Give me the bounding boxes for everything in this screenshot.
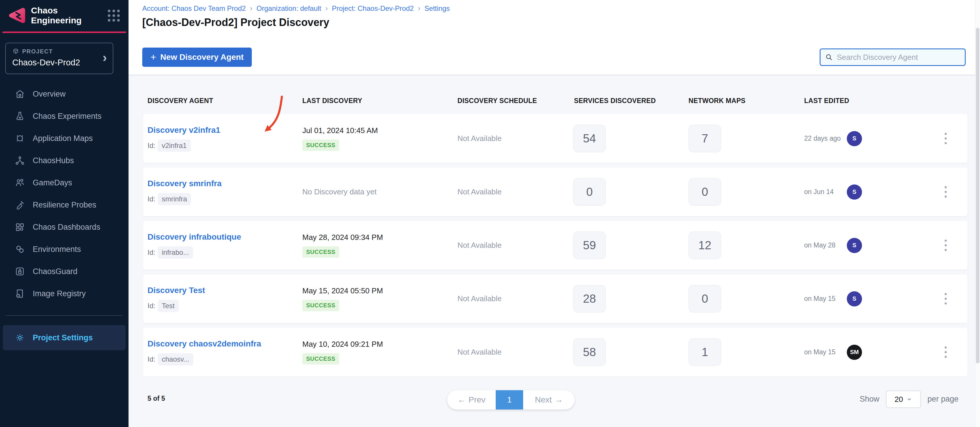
search-input[interactable]: [837, 53, 961, 62]
last-edited-time: 22 days ago: [804, 135, 841, 143]
pagination: ← Prev 1 Next →: [447, 390, 574, 410]
discovery-agents-table: DISCOVERY AGENT LAST DISCOVERY DISCOVERY…: [129, 76, 980, 427]
discovery-agent-link[interactable]: Discovery v2infra1: [148, 125, 220, 135]
page-size-select[interactable]: 20: [886, 390, 921, 408]
agent-id: Id:Test: [148, 300, 179, 312]
project-label-row: PROJECT: [12, 48, 106, 55]
last-edited-cell: on Jun 14 S: [804, 168, 862, 216]
services-discovered-cell: 54: [573, 114, 606, 163]
services-count: 54: [573, 125, 606, 152]
last-edited-time: on May 15: [804, 348, 841, 356]
agent-id: Id:infrabo...: [148, 246, 193, 259]
column-header-last-discovery: LAST DISCOVERY: [302, 97, 362, 105]
scrollbar-thumb[interactable]: [976, 28, 979, 364]
probe-icon: [14, 200, 25, 210]
sidebar-item-label: Image Registry: [33, 289, 86, 298]
next-label: Next: [535, 395, 552, 405]
row-menu-button[interactable]: [940, 168, 950, 216]
app-root: Chaos Engineering PROJECT Chaos-Dev-Prod…: [0, 0, 980, 427]
column-header-discovery-agent: DISCOVERY AGENT: [148, 97, 213, 105]
breadcrumb-organization[interactable]: Organization: default: [256, 5, 321, 13]
services-discovered-cell: 58: [573, 328, 606, 376]
new-discovery-agent-label: New Discovery Agent: [161, 52, 243, 62]
services-count: 28: [573, 285, 606, 313]
services-count: 58: [573, 338, 606, 366]
breadcrumb-account[interactable]: Account: Chaos Dev Team Prod2: [142, 5, 246, 13]
row-menu-button[interactable]: [940, 221, 950, 270]
network-maps-cell: 7: [689, 114, 721, 163]
new-discovery-agent-button[interactable]: + New Discovery Agent: [142, 48, 252, 67]
sidebar-item-overview[interactable]: Overview: [0, 83, 129, 105]
last-edited-time: on May 15: [804, 295, 841, 303]
agent-id-prefix: Id:: [148, 302, 155, 310]
table-row: Discovery smrinfra Id:smrinfra No Discov…: [143, 168, 967, 216]
sidebar-item-chaosguard[interactable]: ChaosGuard: [0, 260, 129, 283]
sidebar-divider: [6, 315, 123, 316]
discovery-schedule-cell: Not Available: [457, 114, 501, 163]
breadcrumb-project[interactable]: Project: Chaos-Dev-Prod2: [332, 5, 414, 13]
row-menu-button[interactable]: [940, 114, 950, 163]
sidebar-item-resilience-probes[interactable]: Resilience Probes: [0, 194, 129, 216]
page-header: Account: Chaos Dev Team Prod2 › Organiza…: [129, 0, 980, 75]
project-selector[interactable]: PROJECT Chaos-Dev-Prod2 ›: [5, 43, 113, 74]
sidebar-item-chaos-experiments[interactable]: Chaos Experiments: [0, 105, 129, 127]
agent-id-value: chaosv...: [158, 353, 193, 365]
network-maps-count: 0: [689, 178, 721, 206]
sidebar-item-image-registry[interactable]: Image Registry: [0, 283, 129, 305]
app-title: Chaos Engineering: [31, 6, 103, 25]
page-title: [Chaos-Dev-Prod2] Project Discovery: [142, 16, 329, 29]
page-number-active[interactable]: 1: [496, 390, 523, 410]
agent-id-prefix: Id:: [148, 141, 155, 150]
agent-cell: Discovery smrinfra Id:smrinfra: [148, 168, 222, 216]
agent-cell: Discovery infraboutique Id:infrabo...: [148, 221, 241, 270]
table-row: Discovery Test Id:Test May 15, 2024 05:5…: [143, 275, 967, 323]
table-row: Discovery chaosv2demoinfra Id:chaosv... …: [143, 328, 967, 376]
table-row: Discovery v2infra1 Id:v2infra1 Jul 01, 2…: [143, 114, 967, 163]
users-icon: [14, 178, 25, 188]
home-icon: [14, 89, 25, 99]
discovery-agent-link[interactable]: Discovery infraboutique: [148, 232, 241, 242]
last-edited-time: on Jun 14: [804, 188, 841, 196]
chevron-down-icon: [907, 396, 912, 402]
sidebar-item-project-settings[interactable]: Project Settings: [3, 325, 126, 350]
network-maps-count: 7: [689, 125, 721, 152]
avatar: S: [847, 131, 862, 146]
status-badge: SUCCESS: [302, 246, 339, 258]
prev-page-button[interactable]: ← Prev: [447, 390, 496, 410]
show-label: Show: [860, 395, 880, 404]
discovery-agent-link[interactable]: Discovery smrinfra: [148, 179, 222, 188]
sidebar: Chaos Engineering PROJECT Chaos-Dev-Prod…: [0, 0, 129, 427]
chevron-right-icon: ›: [103, 51, 107, 64]
last-discovery-date: May 15, 2024 05:50 PM: [302, 286, 383, 295]
agent-id-value: Test: [158, 300, 179, 312]
sidebar-item-chaos-dashboards[interactable]: Chaos Dashboards: [0, 216, 129, 238]
row-menu-button[interactable]: [940, 328, 950, 376]
network-maps-cell: 0: [689, 168, 721, 216]
scrollbar[interactable]: [975, 0, 980, 427]
services-discovered-cell: 0: [573, 168, 606, 216]
arrow-right-icon: →: [555, 395, 563, 405]
sidebar-item-application-maps[interactable]: Application Maps: [0, 127, 129, 149]
discovery-agent-link[interactable]: Discovery Test: [148, 286, 205, 295]
sidebar-item-environments[interactable]: Environments: [0, 238, 129, 260]
app-switcher-icon[interactable]: [108, 10, 120, 22]
discovery-schedule-cell: Not Available: [457, 328, 501, 376]
breadcrumb-settings[interactable]: Settings: [425, 5, 450, 13]
status-badge: SUCCESS: [302, 140, 339, 151]
plus-icon: +: [150, 52, 156, 62]
sidebar-item-chaoshubs[interactable]: ChaosHubs: [0, 149, 129, 171]
column-header-last-edited: LAST EDITED: [804, 97, 849, 105]
status-badge: SUCCESS: [302, 353, 339, 365]
sidebar-item-gamedays[interactable]: GameDays: [0, 171, 129, 194]
column-header-services-discovered: SERVICES DISCOVERED: [574, 97, 656, 105]
discovery-schedule-cell: Not Available: [457, 168, 501, 216]
next-page-button[interactable]: Next →: [523, 390, 574, 410]
arrow-left-icon: ←: [457, 395, 466, 405]
discovery-agent-link[interactable]: Discovery chaosv2demoinfra: [148, 339, 261, 349]
project-label: PROJECT: [22, 48, 53, 55]
row-menu-button[interactable]: [940, 275, 950, 323]
column-header-discovery-schedule: DISCOVERY SCHEDULE: [457, 97, 537, 105]
sidebar-item-label: Resilience Probes: [33, 200, 96, 210]
accent-divider: [2, 32, 126, 33]
registry-icon: [14, 288, 25, 299]
